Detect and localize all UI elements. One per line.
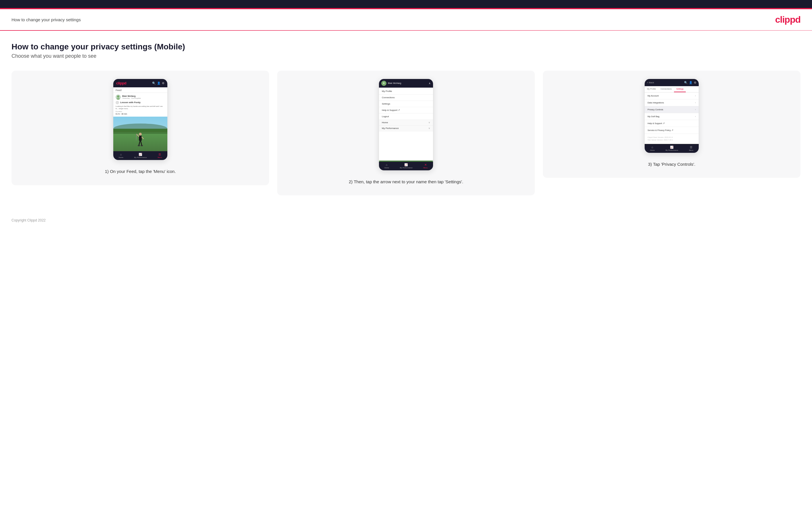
menu-connections-label: Connections xyxy=(382,96,395,99)
step2-nav-close[interactable]: ✕ Menu xyxy=(423,163,427,169)
step3-bottom-nav: ⌂ Home 📈 My Performance ☰ Menu xyxy=(645,144,699,153)
breadcrumb: How to change your privacy settings xyxy=(11,17,81,22)
step2-perf-icon: 📈 xyxy=(404,163,408,166)
settings-item-myaccount[interactable]: My Account › xyxy=(645,93,699,99)
step3-menu-icon: ☰ xyxy=(690,146,693,149)
step2-home-icon: ⌂ xyxy=(386,163,388,166)
svg-line-5 xyxy=(142,137,144,139)
feed-duration-label: Duration xyxy=(115,111,165,112)
user-icon[interactable]: 👤 xyxy=(157,81,160,85)
menu-item-myprofile[interactable]: My Profile xyxy=(379,88,433,95)
settings-item-helpsupport[interactable]: Help & Support ↗ xyxy=(645,120,699,127)
step2-nav-performance[interactable]: 📈 My Performance xyxy=(400,163,412,169)
settings-item-dataintegrations[interactable]: Data Integrations › xyxy=(645,99,699,106)
menu-username: Blair McHarg xyxy=(388,82,401,84)
lesson-icon xyxy=(115,101,119,104)
version-line2: SQL Server Version: 2022.7.30-1 xyxy=(648,139,696,142)
settings-dataintegrations-chevron: › xyxy=(695,101,696,104)
settings-myaccount-chevron: › xyxy=(695,95,696,97)
settings-list: My Account › Data Integrations › Privacy… xyxy=(645,93,699,134)
steps-row: clippd 🔍 👤 ⚙ Feed xyxy=(11,71,801,195)
header: How to change your privacy settings clip… xyxy=(0,9,812,30)
golf-image xyxy=(113,117,167,151)
nav-home[interactable]: ⌂ Home xyxy=(119,153,123,158)
step3-perf-icon: 📈 xyxy=(670,146,673,149)
search-icon[interactable]: 🔍 xyxy=(152,81,156,85)
home-icon: ⌂ xyxy=(120,153,122,156)
lesson-title: Lesson with Fordy xyxy=(120,101,141,104)
golfer-svg xyxy=(136,132,145,148)
feed-text: Looking to feel like my hands are exitin… xyxy=(115,105,165,110)
back-button[interactable]: < Back xyxy=(647,81,654,84)
tab-myprofile[interactable]: My Profile xyxy=(645,86,658,92)
tab-settings[interactable]: Settings xyxy=(674,86,686,92)
step-2-card: clippd 🔍 👤 ⚙ B Bla xyxy=(277,71,535,195)
menu-item-logout[interactable]: Logout xyxy=(379,113,433,120)
svg-point-9 xyxy=(141,145,143,146)
settings-icon[interactable]: ⚙ xyxy=(162,81,164,85)
nav-menu-label: Menu xyxy=(158,157,162,158)
page-subheading: Choose what you want people to see xyxy=(11,53,801,59)
step3-settings-icon[interactable]: ⚙ xyxy=(694,81,697,84)
lesson-row: Lesson with Fordy xyxy=(115,101,165,104)
tab-connections[interactable]: Connections xyxy=(658,86,674,92)
main-content: How to change your privacy settings (Mob… xyxy=(0,42,812,213)
feed-user-info: Blair McHarg Yesterday · Sunningdale xyxy=(122,95,141,99)
menu-section-home[interactable]: Home ∨ xyxy=(379,120,433,125)
step-3-card: < Back 🔍 👤 ⚙ My Profile Connections Sett… xyxy=(543,71,801,178)
menu-home-label: Home xyxy=(382,121,388,124)
settings-item-mygolfbag[interactable]: My Golf Bag › xyxy=(645,113,699,120)
step-2-phone: clippd 🔍 👤 ⚙ B Bla xyxy=(379,79,433,171)
settings-tabs: My Profile Connections Settings xyxy=(645,86,699,93)
menu-performance-label: My Performance xyxy=(382,127,399,129)
settings-dataintegrations-label: Data Integrations xyxy=(648,101,664,104)
header-divider xyxy=(0,30,812,31)
menu-item-help[interactable]: Help & Support ↗ xyxy=(379,107,433,113)
nav-performance[interactable]: 📈 My Performance xyxy=(134,153,147,158)
step-3-caption: 3) Tap 'Privacy Controls'. xyxy=(648,161,696,168)
footer: Copyright Clippd 2022 xyxy=(0,213,812,228)
menu-item-settings[interactable]: Settings xyxy=(379,101,433,107)
svg-point-1 xyxy=(116,98,120,100)
settings-item-privacycontrols[interactable]: Privacy Controls › xyxy=(645,106,699,113)
svg-point-2 xyxy=(139,133,142,135)
settings-version: Clippd Client Version: 2022.8.3-3 SQL Se… xyxy=(645,134,699,144)
step3-nav-performance[interactable]: 📈 My Performance xyxy=(665,146,678,151)
feed-avatar xyxy=(115,95,121,100)
nav-menu[interactable]: ☰ Menu xyxy=(158,153,162,158)
settings-mygolfbag-chevron: › xyxy=(695,115,696,118)
step3-icons: 🔍 👤 ⚙ xyxy=(684,81,697,84)
menu-myprofile-label: My Profile xyxy=(382,90,392,93)
settings-item-serviceprivacy[interactable]: Service & Privacy Policy ↗ xyxy=(645,127,699,134)
menu-user-avatar: B xyxy=(381,81,387,86)
menu-items-list: My Profile Connections Settings Help & S… xyxy=(379,88,433,132)
svg-rect-3 xyxy=(139,135,142,141)
step3-home-label: Home xyxy=(650,149,655,151)
step3-search-icon[interactable]: 🔍 xyxy=(684,81,688,84)
menu-settings-label: Settings xyxy=(382,103,390,105)
step2-nav-home[interactable]: ⌂ Home xyxy=(385,163,389,169)
settings-helpsupport-label: Help & Support ↗ xyxy=(648,122,665,125)
settings-mygolfbag-label: My Golf Bag xyxy=(648,115,659,118)
logo: clippd xyxy=(775,14,801,25)
step3-perf-label: My Performance xyxy=(665,149,678,151)
feed-label: Feed xyxy=(113,87,167,93)
step3-user-icon[interactable]: 👤 xyxy=(689,81,693,84)
performance-icon: 📈 xyxy=(139,153,142,156)
step3-nav-menu[interactable]: ☰ Menu xyxy=(689,146,693,151)
menu-expand-icon[interactable]: ∧ xyxy=(429,82,431,85)
step3-nav-home[interactable]: ⌂ Home xyxy=(650,146,655,151)
nav-home-label: Home xyxy=(119,157,123,158)
step1-topbar: clippd 🔍 👤 ⚙ xyxy=(113,79,167,87)
settings-myaccount-label: My Account xyxy=(648,95,659,97)
step1-icons: 🔍 👤 ⚙ xyxy=(152,81,164,85)
svg-point-0 xyxy=(117,95,119,98)
svg-line-10 xyxy=(136,134,137,140)
copyright-text: Copyright Clippd 2022 xyxy=(11,218,46,222)
menu-item-connections[interactable]: Connections xyxy=(379,95,433,101)
menu-section-performance[interactable]: My Performance ∨ xyxy=(379,125,433,131)
step2-perf-label: My Performance xyxy=(400,167,412,169)
version-line1: Clippd Client Version: 2022.8.3-3 xyxy=(648,136,696,139)
feed-username: Blair McHarg xyxy=(122,95,141,97)
step-1-caption: 1) On your Feed, tap the 'Menu' icon. xyxy=(105,168,176,175)
